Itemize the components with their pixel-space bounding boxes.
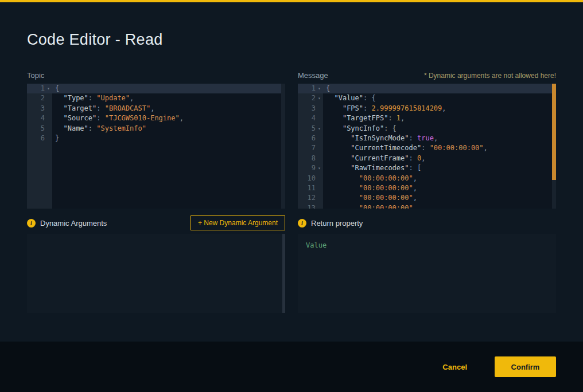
confirm-button[interactable]: Confirm — [495, 356, 556, 377]
code-line[interactable]: 6} — [27, 134, 285, 143]
message-section: Message * Dynamic arguments are not allo… — [298, 69, 556, 209]
dialog-content: Code Editor - Read Topic 1▾{2 "Type": "U… — [0, 31, 583, 313]
line-number[interactable]: 3 — [298, 104, 323, 113]
code-line[interactable]: 5 "Name": "SystemInfo" — [27, 124, 285, 134]
line-number[interactable]: 12 — [298, 193, 323, 203]
message-code-lines: 1▾{2▾ "Value": {3 "FPS": 2.9999976158142… — [298, 84, 556, 209]
line-number[interactable]: 11 — [298, 183, 323, 193]
code-line[interactable]: 2 "Type": "Update", — [27, 93, 285, 103]
code-line[interactable]: 8 "CurrentFrame": 0, — [298, 154, 556, 163]
line-number[interactable]: 1▾ — [27, 84, 52, 93]
message-note: * Dynamic arguments are not allowed here… — [424, 72, 556, 80]
code-line[interactable]: 3 "FPS": 2.999997615814209, — [298, 104, 556, 113]
return-property-label: Return property — [311, 219, 363, 228]
line-number[interactable]: 6 — [298, 134, 323, 143]
message-scrollbar-thumb[interactable] — [552, 84, 556, 180]
line-number[interactable]: 4 — [27, 113, 52, 123]
line-number[interactable]: 3 — [27, 104, 52, 113]
code-line[interactable]: 11 "00:00:00:00", — [298, 183, 556, 193]
cancel-button[interactable]: Cancel — [442, 363, 467, 371]
dynamic-arguments-section: i Dynamic Arguments + New Dynamic Argume… — [27, 215, 285, 313]
code-line[interactable]: 12 "00:00:00:00", — [298, 193, 556, 203]
code-line[interactable]: 9▾ "RawTimecodes": [ — [298, 163, 556, 173]
line-number[interactable]: 2▾ — [298, 93, 323, 103]
topic-scrollbar-track[interactable] — [281, 84, 285, 209]
return-property-input[interactable]: Value — [298, 234, 556, 313]
info-icon[interactable]: i — [298, 219, 306, 228]
message-scrollbar-track[interactable] — [552, 84, 556, 209]
info-icon[interactable]: i — [27, 219, 36, 228]
code-line[interactable]: 3 "Target": "BROADCAST", — [27, 104, 285, 113]
line-number[interactable]: 10 — [298, 174, 323, 183]
line-number[interactable]: 9▾ — [298, 163, 323, 173]
code-line[interactable]: 5▾ "SyncInfo": { — [298, 124, 556, 134]
line-number[interactable]: 6 — [27, 134, 52, 143]
fold-arrow-icon[interactable]: ▾ — [316, 124, 323, 134]
topic-label: Topic — [27, 71, 44, 80]
topic-code-editor[interactable]: 1▾{2 "Type": "Update",3 "Target": "BROAD… — [27, 84, 285, 209]
code-line[interactable]: 7 "CurrentTimecode": "00:00:00:00", — [298, 143, 556, 153]
fold-arrow-icon[interactable]: ▾ — [316, 93, 323, 103]
dynamic-arguments-label: Dynamic Arguments — [40, 219, 107, 228]
new-dynamic-argument-button[interactable]: + New Dynamic Argument — [191, 215, 285, 230]
return-property-value[interactable]: Value — [298, 234, 556, 257]
page-title: Code Editor - Read — [27, 31, 556, 49]
line-number[interactable]: 8 — [298, 154, 323, 163]
code-line[interactable]: 2▾ "Value": { — [298, 93, 556, 103]
message-code-editor[interactable]: 1▾{2▾ "Value": {3 "FPS": 2.9999976158142… — [298, 84, 556, 209]
fold-arrow-icon[interactable]: ▾ — [316, 84, 323, 93]
code-line[interactable]: 13 "00:00:00:00" — [298, 203, 556, 209]
accent-bar — [0, 0, 583, 2]
message-label: Message — [298, 71, 328, 80]
code-line[interactable]: 4 "TargetFPS": 1, — [298, 113, 556, 123]
fold-arrow-icon[interactable]: ▾ — [45, 84, 52, 93]
code-line[interactable]: 1▾{ — [298, 84, 556, 93]
line-number[interactable]: 5▾ — [298, 124, 323, 134]
line-number[interactable]: 4 — [298, 113, 323, 123]
line-number[interactable]: 2 — [27, 93, 52, 103]
line-number[interactable]: 13 — [298, 203, 323, 209]
topic-section: Topic 1▾{2 "Type": "Update",3 "Target": … — [27, 69, 285, 209]
dynamic-arguments-panel — [27, 234, 285, 313]
line-number[interactable]: 5 — [27, 124, 52, 134]
line-number[interactable]: 7 — [298, 143, 323, 153]
fold-arrow-icon[interactable]: ▾ — [316, 163, 323, 173]
topic-code-lines: 1▾{2 "Type": "Update",3 "Target": "BROAD… — [27, 84, 285, 143]
code-line[interactable]: 1▾{ — [27, 84, 285, 93]
return-property-section: i Return property Value — [298, 215, 556, 313]
code-line[interactable]: 10 "00:00:00:00", — [298, 174, 556, 183]
dialog-footer: Cancel Confirm — [0, 342, 583, 392]
code-line[interactable]: 6 "IsInSyncMode": true, — [298, 134, 556, 143]
line-number[interactable]: 1▾ — [298, 84, 323, 93]
code-line[interactable]: 4 "Source": "TJCGWS010-Engine", — [27, 113, 285, 123]
dynamic-arguments-scrollbar-track[interactable] — [282, 234, 285, 313]
